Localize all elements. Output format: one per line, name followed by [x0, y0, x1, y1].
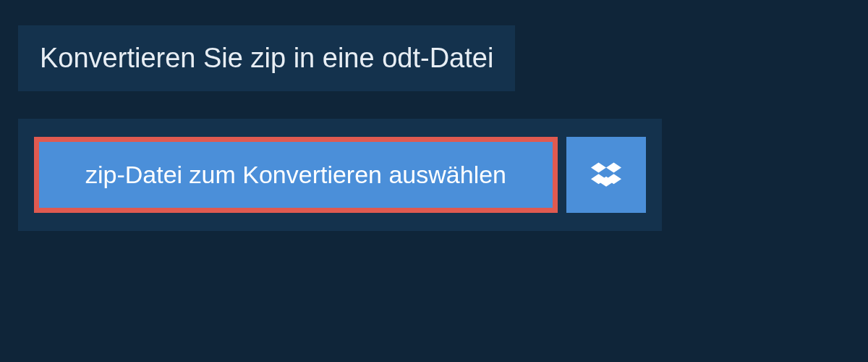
- select-file-label: zip-Datei zum Konvertieren auswählen: [85, 161, 506, 189]
- dropbox-button[interactable]: [566, 137, 646, 213]
- select-file-button[interactable]: zip-Datei zum Konvertieren auswählen: [34, 137, 558, 213]
- page-title: Konvertieren Sie zip in eine odt-Datei: [40, 43, 493, 74]
- dropbox-icon: [591, 160, 621, 190]
- converter-panel: Konvertieren Sie zip in eine odt-Datei z…: [0, 0, 868, 256]
- file-select-panel: zip-Datei zum Konvertieren auswählen: [18, 119, 662, 231]
- header-tab: Konvertieren Sie zip in eine odt-Datei: [18, 25, 515, 91]
